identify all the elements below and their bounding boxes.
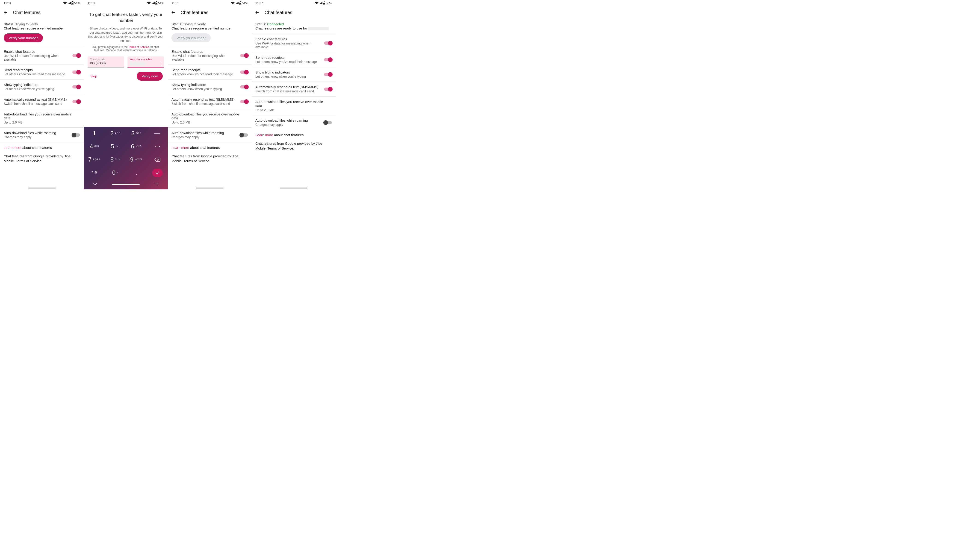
redacted-phone [130,62,146,65]
collapse-keyboard-button[interactable] [93,182,97,186]
key-space[interactable] [147,140,168,153]
toggle-auto-download-roaming[interactable] [324,120,332,125]
redacted-number [308,27,329,30]
setting-enable-chat[interactable]: Enable chat featuresUse Wi-Fi or data fo… [252,34,336,52]
setting-auto-download-mobile[interactable]: Auto-download files you receive over mob… [0,109,84,128]
toggle-auto-resend[interactable] [324,87,332,92]
svg-point-10 [155,184,155,184]
country-code-field[interactable]: Country code BD (+880) [88,56,124,68]
status-bar: 11:31 51% [84,0,168,6]
page-title: Chat features [13,10,41,15]
setting-auto-resend[interactable]: Automatically resend as text (SMS/MMS)Sw… [0,94,84,109]
key-4[interactable]: 4GHI [84,140,105,153]
skip-button[interactable]: Skip [89,72,99,80]
toggle-read-receipts[interactable] [240,70,248,75]
key-6[interactable]: 6MNO [126,140,147,153]
toggle-typing-indicators[interactable] [240,84,248,89]
setting-auto-resend[interactable]: Automatically resend as text (SMS/MMS)Sw… [168,94,252,109]
svg-point-7 [156,183,156,183]
toggle-enable-chat[interactable] [72,53,80,58]
home-indicator[interactable] [112,184,140,185]
phone-screen-3: 11:31 51% Chat features Status: Trying t… [168,0,252,189]
key-period[interactable]: . [126,166,147,179]
svg-rect-22 [323,3,325,5]
wifi-icon [231,2,235,5]
home-indicator[interactable] [28,188,56,189]
toggle-auto-download-roaming[interactable] [72,133,80,137]
key-backspace[interactable] [147,153,168,166]
learn-more-link[interactable]: Learn more [255,133,273,137]
status-sub: Chat features require a verified number [172,26,248,30]
svg-point-6 [155,183,155,183]
key-5[interactable]: 5JKL [105,140,126,153]
key-9[interactable]: 9WXYZ [126,153,147,166]
phone-screen-4: 11:37 50% Chat features Status: Connecte… [252,0,336,189]
back-button[interactable] [255,10,260,15]
phone-screen-2: 11:31 51% To get chat features faster, v… [84,0,168,189]
setting-auto-download-roaming[interactable]: Auto-download files while roamingCharges… [168,128,252,142]
learn-more-link[interactable]: Learn more [172,146,189,149]
switch-keyboard-button[interactable] [154,182,159,186]
toggle-auto-download-roaming[interactable] [240,133,248,137]
svg-rect-1 [72,2,73,2]
setting-typing-indicators[interactable]: Show typing indicatorsLet others know wh… [168,79,252,94]
key-confirm[interactable] [147,166,168,179]
setting-read-receipts[interactable]: Send read receiptsLet others know you've… [252,52,336,67]
setting-auto-resend[interactable]: Automatically resend as text (SMS/MMS)Sw… [252,82,336,97]
home-indicator[interactable] [196,188,224,189]
key-2[interactable]: 2ABC [105,127,126,140]
setting-sub: Use Wi-Fi or data for messaging when ava… [4,54,70,61]
wifi-icon [315,2,318,5]
svg-point-15 [156,185,156,185]
key-0[interactable]: 0+ [105,166,126,179]
key-8[interactable]: 8TUV [105,153,126,166]
toggle-auto-resend[interactable] [72,99,80,104]
footer-text: Chat features from Google provided by Ji… [168,153,252,164]
toggle-auto-resend[interactable] [240,99,248,104]
learn-more-link[interactable]: Learn more [4,146,21,149]
status-sub: Chat features are ready to use for [255,26,332,30]
verify-number-button[interactable]: Verify your number [4,33,43,42]
setting-title: Enable chat features [4,49,70,54]
setting-auto-download-roaming[interactable]: Auto-download files while roamingCharges… [252,115,336,130]
setting-auto-download-mobile[interactable]: Auto-download files you receive over mob… [252,97,336,115]
key-1[interactable]: 1 [84,127,105,140]
toggle-enable-chat[interactable] [324,41,332,45]
toggle-typing-indicators[interactable] [324,72,332,77]
tos-link[interactable]: Terms of Service [128,45,149,49]
svg-point-16 [157,185,158,185]
verify-now-button[interactable]: Verify now [137,72,163,81]
toggle-enable-chat[interactable] [240,53,248,58]
key-7[interactable]: 7PQRS [84,153,105,166]
phone-number-field[interactable]: Your phone number [127,56,164,68]
key-3[interactable]: 3DEF [126,127,147,140]
backspace-icon [154,157,161,162]
footer-text: Chat features from Google provided by Ji… [0,153,84,164]
setting-read-receipts[interactable]: Send read receiptsLet others know you've… [0,65,84,79]
toggle-read-receipts[interactable] [72,70,80,75]
setting-typing-indicators[interactable]: Show typing indicatorsLet others know wh… [0,79,84,94]
setting-auto-download-roaming[interactable]: Auto-download files while roamingCharges… [0,128,84,142]
svg-point-12 [156,184,157,184]
back-button[interactable] [3,10,8,15]
toggle-read-receipts[interactable] [324,57,332,62]
dialog-title: To get chat features faster, verify your… [88,11,164,23]
chevron-down-icon [93,183,97,186]
phone-screen-1: 11:31 51% Chat features Status: Trying t… [0,0,84,189]
toggle-typing-indicators[interactable] [72,84,80,89]
setting-auto-download-mobile[interactable]: Auto-download files you receive over mob… [168,109,252,128]
setting-read-receipts[interactable]: Send read receiptsLet others know you've… [168,65,252,79]
setting-enable-chat[interactable]: Enable chat featuresUse Wi-Fi or data fo… [0,46,84,65]
status-bar: 11:31 51% [0,0,84,6]
battery-icon [323,2,325,5]
key-star-hash[interactable]: * # [84,166,105,179]
svg-rect-2 [72,3,73,5]
dialog-tos: You previously agreed to the Terms of Se… [88,45,164,52]
key-dash[interactable]: — [147,127,168,140]
back-button[interactable] [170,10,176,15]
setting-enable-chat[interactable]: Enable chat featuresUse Wi-Fi or data fo… [168,46,252,65]
setting-typing-indicators[interactable]: Show typing indicatorsLet others know wh… [252,67,336,82]
learn-more-row: Learn more about chat features [0,142,84,153]
home-indicator[interactable] [280,188,307,189]
dialog-body: Share photos, videos, and more over Wi-F… [88,27,164,43]
